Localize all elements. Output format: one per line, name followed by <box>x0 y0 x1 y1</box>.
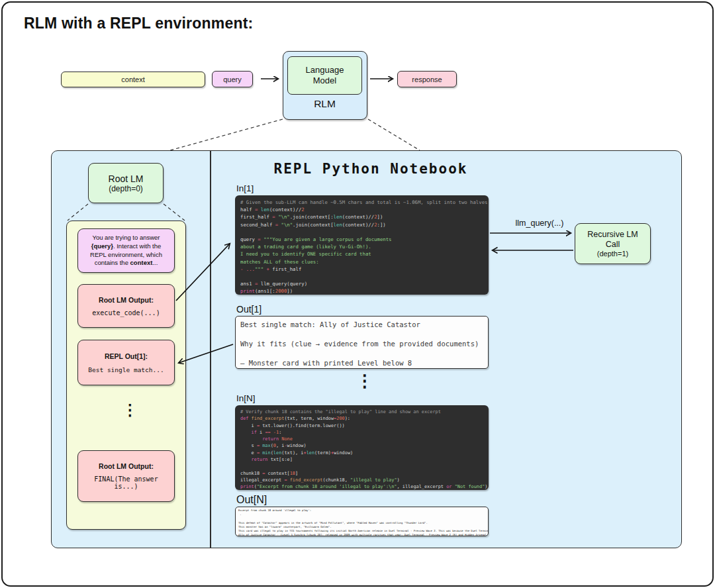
repl-out-box: REPL Out[1]: Best single match... <box>77 340 175 385</box>
query-box: query <box>212 71 253 87</box>
response-label: response <box>412 75 442 83</box>
language-model-label: Language Model <box>299 65 352 87</box>
diagram-canvas: RLM with a REPL environment: context que… <box>0 0 715 588</box>
prompt-text: You are trying to answer {query}. Intera… <box>78 232 174 270</box>
root-lm-box: Root LM (depth=0) <box>88 163 164 203</box>
left-ellipsis: ⋮ <box>122 403 138 418</box>
final-output-box: Root LM Output: FINAL(The answer is...) <box>77 450 175 502</box>
final-output-title: Root LM Output: <box>99 462 154 470</box>
panel-divider <box>210 150 211 548</box>
root-lm-output-title: Root LM Output: <box>99 296 154 304</box>
query-label: query <box>223 75 242 83</box>
language-model-box: Language Model <box>287 56 362 95</box>
rlm-box: Language Model RLM <box>283 51 367 120</box>
inN-code-cell: # Verify chunk 18 contains the "illegal … <box>235 405 489 490</box>
root-lm-output-box: Root LM Output: execute_code(...) <box>77 284 175 328</box>
inN-label: In[N] <box>236 393 256 403</box>
rlm-label: RLM <box>283 98 366 110</box>
final-output-body: FINAL(The answer is...) <box>94 475 158 490</box>
root-lm-title: Root LM <box>109 173 144 184</box>
recursive-lm-box: Recursive LM Call (depth=1) <box>575 223 651 264</box>
in1-code-cell: # Given the sub-LLM can handle ~0.5M cha… <box>235 195 489 295</box>
notebook-ellipsis: ⋮ <box>356 372 373 389</box>
context-label: context <box>121 75 144 83</box>
root-lm-depth: (depth=0) <box>109 184 143 193</box>
out1-label: Out[1] <box>236 304 262 315</box>
in1-label: In[1] <box>236 183 254 193</box>
llm-query-label: llm_query(...) <box>506 219 573 228</box>
prompt-box: You are trying to answer {query}. Intera… <box>77 228 175 273</box>
repl-out-title: REPL Out[1]: <box>105 352 148 360</box>
root-lm-output-body: execute_code(...) <box>92 309 160 317</box>
outN-box: Excerpt from chunk 18 around 'illegal to… <box>235 507 489 536</box>
context-box: context <box>61 72 205 87</box>
outN-label: Out[N] <box>236 494 267 506</box>
out1-box: Best single match: Ally of Justice Catas… <box>235 316 489 369</box>
page-title: RLM with a REPL environment: <box>24 15 253 32</box>
response-box: response <box>397 71 457 87</box>
recursive-lm-depth: (depth=1) <box>597 250 628 258</box>
recursive-lm-title: Recursive LM Call <box>583 230 643 250</box>
repl-out-body: Best single match... <box>88 366 164 373</box>
notebook-title: REPL Python Notebook <box>238 161 503 177</box>
